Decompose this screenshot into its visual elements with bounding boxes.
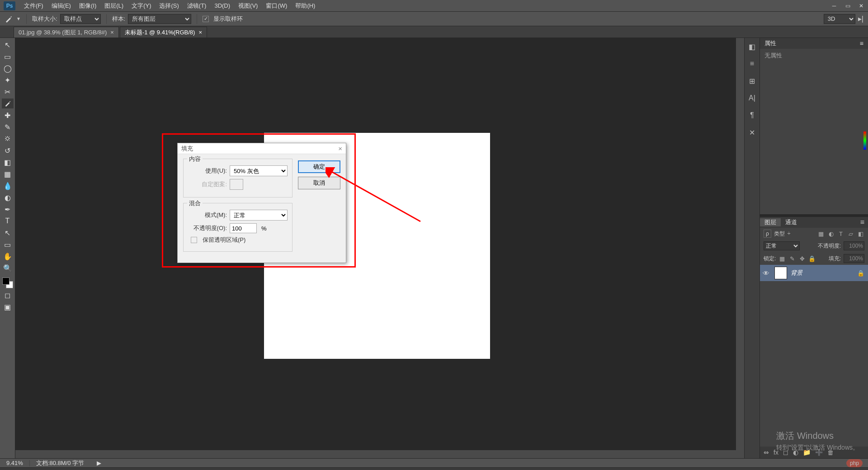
no-properties-label: 无属性 bbox=[760, 49, 868, 62]
hand-tool-icon[interactable]: ✋ bbox=[2, 251, 14, 261]
layer-row[interactable]: 👁 背景 🔒 bbox=[760, 265, 868, 281]
blur-tool-icon[interactable]: 💧 bbox=[2, 181, 14, 191]
document-size[interactable]: 文档:80.8M/0 字节 bbox=[30, 459, 90, 467]
history-brush-tool-icon[interactable]: ↺ bbox=[2, 146, 14, 155]
gradient-tool-icon[interactable]: ▦ bbox=[2, 169, 14, 179]
ok-button[interactable]: 确定 bbox=[298, 160, 340, 173]
app-logo: Ps bbox=[4, 1, 15, 10]
layers-tab[interactable]: 图层 bbox=[760, 218, 781, 226]
dialog-close-icon[interactable]: × bbox=[338, 145, 342, 152]
show-ring-checkbox[interactable]: ✓ bbox=[203, 16, 209, 22]
filter-pixel-icon[interactable]: ▦ bbox=[817, 230, 825, 237]
lock-position-icon[interactable]: ✎ bbox=[788, 255, 796, 262]
document-tab[interactable]: 01.jpg @ 38.9% (图层 1, RGB/8#)× bbox=[14, 27, 119, 38]
filter-type-icon[interactable]: T bbox=[837, 230, 844, 237]
opacity-input[interactable] bbox=[230, 223, 257, 233]
menu-view[interactable]: 视图(V) bbox=[234, 2, 262, 10]
layer-thumbnail[interactable] bbox=[774, 267, 787, 279]
menu-edit[interactable]: 编辑(E) bbox=[47, 2, 75, 10]
menu-3d[interactable]: 3D(D) bbox=[210, 2, 234, 9]
paragraph-panel-icon[interactable]: ¶ bbox=[747, 110, 757, 120]
type-tool-icon[interactable]: T bbox=[2, 216, 14, 226]
3d-mode-select[interactable]: 3D bbox=[824, 14, 855, 24]
separator bbox=[106, 14, 107, 24]
menu-image[interactable]: 图像(I) bbox=[75, 2, 100, 10]
layer-name[interactable]: 背景 bbox=[791, 269, 802, 277]
tab-label: 未标题-1 @ 9.41%(RGB/8) bbox=[125, 28, 195, 37]
fill-input[interactable] bbox=[844, 254, 864, 263]
lock-all-icon[interactable]: 🔒 bbox=[808, 255, 816, 262]
eraser-tool-icon[interactable]: ◧ bbox=[2, 157, 14, 167]
shape-tool-icon[interactable]: ▭ bbox=[2, 240, 14, 249]
use-select[interactable]: 50% 灰色 bbox=[230, 165, 288, 176]
menu-filter[interactable]: 滤镜(T) bbox=[183, 2, 211, 10]
cancel-button[interactable]: 取消 bbox=[298, 177, 340, 189]
vertical-scrollbar[interactable] bbox=[736, 38, 744, 450]
properties-panel-title: 属性 bbox=[764, 39, 776, 47]
menu-help[interactable]: 帮助(H) bbox=[291, 2, 319, 10]
lock-pixels-icon[interactable]: ▦ bbox=[778, 255, 786, 262]
character-panel-icon[interactable]: A| bbox=[747, 93, 757, 103]
visibility-icon[interactable]: 👁 bbox=[763, 269, 771, 277]
panel-menu-icon[interactable]: ≡ bbox=[860, 40, 863, 47]
status-menu-icon[interactable]: ▶ bbox=[90, 460, 108, 466]
windows-activation-watermark: 激活 Windows 转到"设置"以激活 Windows。 bbox=[776, 430, 859, 452]
dialog-title: 填充 bbox=[181, 145, 193, 153]
fill-dialog: 填充 × 内容 使用(U): 50% 灰色 自定图案: 混合 模式(M): 正常 bbox=[177, 143, 346, 263]
quickmask-icon[interactable]: ◻ bbox=[2, 290, 14, 300]
lasso-tool-icon[interactable]: ◯ bbox=[2, 63, 14, 73]
sample-size-select[interactable]: 取样点 bbox=[60, 14, 101, 24]
eyedropper-tool-icon[interactable] bbox=[2, 99, 14, 108]
preserve-checkbox[interactable] bbox=[191, 237, 197, 243]
document-tab-active[interactable]: 未标题-1 @ 9.41%(RGB/8)× bbox=[120, 27, 207, 38]
stamp-tool-icon[interactable]: ⛭ bbox=[2, 134, 14, 144]
menu-layer[interactable]: 图层(L) bbox=[100, 2, 127, 10]
zoom-tool-icon[interactable]: 🔍 bbox=[2, 263, 14, 273]
panel-toggle-icon[interactable]: ▸| bbox=[858, 14, 863, 23]
actions-panel-icon[interactable]: ≡ bbox=[747, 59, 757, 69]
path-tool-icon[interactable]: ↖ bbox=[2, 228, 14, 238]
sample-range-select[interactable]: 所有图层 bbox=[128, 14, 191, 24]
menu-type[interactable]: 文字(Y) bbox=[127, 2, 155, 10]
chevron-down-icon[interactable]: ▼ bbox=[16, 16, 21, 21]
channels-tab[interactable]: 通道 bbox=[781, 218, 802, 226]
blend-mode-select[interactable]: 正常 bbox=[764, 241, 800, 250]
preserve-label: 保留透明区域(P) bbox=[203, 236, 245, 244]
eyedropper-tool-icon[interactable] bbox=[4, 14, 14, 24]
color-swatches[interactable] bbox=[2, 277, 13, 288]
marquee-tool-icon[interactable]: ▭ bbox=[2, 52, 14, 61]
tab-close-icon[interactable]: × bbox=[198, 29, 202, 36]
horizontal-scrollbar[interactable] bbox=[15, 450, 744, 458]
close-icon[interactable]: ✕ bbox=[854, 1, 868, 11]
brush-tool-icon[interactable]: ✎ bbox=[2, 122, 14, 132]
swatches-panel-icon[interactable]: ⊞ bbox=[747, 76, 757, 86]
opacity-input[interactable] bbox=[844, 241, 864, 250]
zoom-level[interactable]: 9.41% bbox=[0, 460, 29, 466]
filter-smart-icon[interactable]: ◧ bbox=[857, 230, 864, 237]
pen-tool-icon[interactable]: ✒ bbox=[2, 204, 14, 214]
minimize-icon[interactable]: ─ bbox=[827, 1, 841, 11]
healing-tool-icon[interactable]: ✚ bbox=[2, 110, 14, 120]
tab-close-icon[interactable]: × bbox=[110, 29, 114, 36]
history-panel-icon[interactable]: ◧ bbox=[747, 42, 757, 52]
filter-shape-icon[interactable]: ▱ bbox=[847, 230, 854, 237]
adjustments-panel-icon[interactable]: ✕ bbox=[747, 127, 757, 137]
link-layers-icon[interactable]: ⇔ bbox=[764, 449, 769, 456]
quick-select-tool-icon[interactable]: ✦ bbox=[2, 75, 14, 85]
content-legend: 内容 bbox=[187, 155, 203, 163]
move-tool-icon[interactable]: ↖ bbox=[2, 40, 14, 50]
mode-select[interactable]: 正常 bbox=[230, 210, 288, 221]
maximize-icon[interactable]: ▭ bbox=[841, 1, 854, 11]
menu-window[interactable]: 窗口(W) bbox=[262, 2, 291, 10]
menu-file[interactable]: 文件(F) bbox=[20, 2, 47, 10]
foreground-color[interactable] bbox=[2, 277, 9, 285]
filter-adjust-icon[interactable]: ◐ bbox=[827, 230, 835, 237]
screenmode-icon[interactable]: ▣ bbox=[2, 302, 14, 312]
menu-select[interactable]: 选择(S) bbox=[155, 2, 183, 10]
panel-menu-icon[interactable]: ≡ bbox=[857, 218, 868, 226]
canvas-area[interactable] bbox=[15, 38, 744, 458]
dodge-tool-icon[interactable]: ◐ bbox=[2, 193, 14, 202]
color-slider[interactable] bbox=[863, 132, 866, 150]
lock-move-icon[interactable]: ✥ bbox=[798, 255, 806, 262]
crop-tool-icon[interactable]: ✂ bbox=[2, 87, 14, 97]
